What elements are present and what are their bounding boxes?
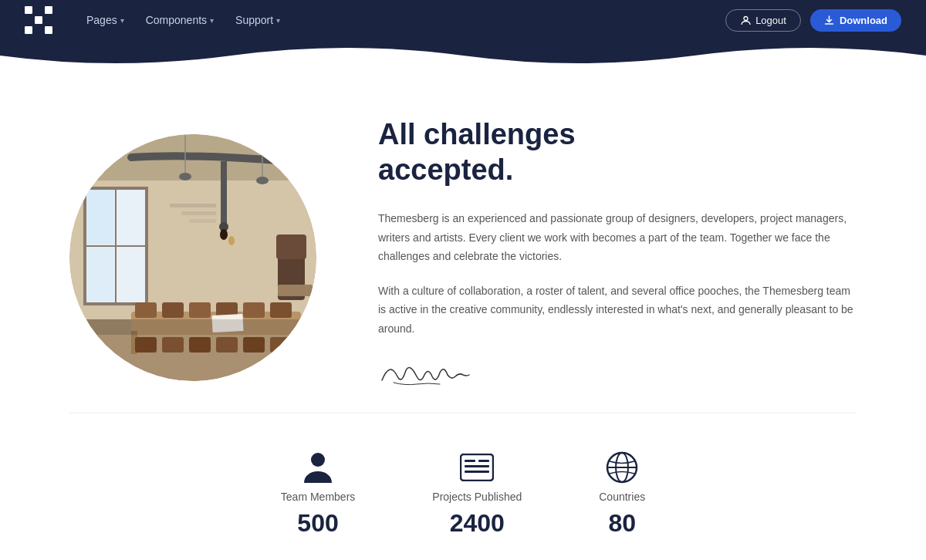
svg-point-16 [256, 177, 269, 184]
stat-countries-value: 80 [608, 509, 636, 538]
nav-support[interactable]: Support ▾ [226, 8, 289, 32]
stats-section: Team Members 500 Projects Published 2400 [69, 413, 857, 560]
download-button[interactable]: Download [810, 9, 901, 32]
svg-rect-28 [135, 337, 157, 353]
svg-rect-10 [86, 190, 114, 245]
stat-countries: Countries 80 [599, 450, 645, 538]
about-section: All challenges accepted. Themesberg is a… [69, 117, 857, 397]
svg-rect-46 [465, 471, 489, 473]
about-text: All challenges accepted. Themesberg is a… [378, 117, 857, 397]
svg-rect-45 [465, 465, 489, 467]
stat-team-value: 500 [297, 509, 338, 538]
svg-rect-23 [162, 302, 184, 318]
logo-icon [25, 6, 52, 34]
projects-icon [460, 450, 494, 484]
svg-point-14 [179, 173, 191, 180]
stat-countries-label: Countries [599, 491, 645, 503]
svg-rect-47 [478, 460, 489, 462]
svg-point-42 [311, 453, 325, 467]
stat-projects-label: Projects Published [432, 491, 522, 503]
person-icon [301, 450, 335, 484]
wave-divider [0, 40, 926, 71]
globe-icon [605, 450, 639, 484]
chevron-down-icon: ▾ [210, 16, 214, 25]
svg-rect-40 [189, 219, 216, 223]
stat-projects-published: Projects Published 2400 [432, 450, 522, 538]
about-para-2: With a culture of collaboration, a roste… [378, 282, 857, 339]
nav-pages[interactable]: Pages ▾ [77, 8, 133, 32]
navbar-actions: Logout Download [725, 9, 901, 32]
logo[interactable] [25, 6, 52, 34]
svg-rect-11 [86, 248, 114, 302]
signature [378, 353, 857, 397]
svg-rect-32 [243, 337, 265, 353]
about-title: All challenges accepted. [378, 117, 857, 187]
svg-rect-30 [189, 337, 211, 353]
svg-rect-36 [276, 234, 306, 259]
navbar-nav: Pages ▾ Components ▾ Support ▾ [77, 8, 725, 32]
svg-point-0 [744, 16, 748, 20]
svg-rect-22 [135, 302, 157, 318]
stat-team-members: Team Members 500 [281, 450, 355, 538]
svg-rect-26 [243, 302, 265, 318]
download-icon [824, 15, 835, 25]
svg-rect-24 [189, 302, 211, 318]
svg-point-17 [220, 229, 228, 240]
main-content: All challenges accepted. Themesberg is a… [39, 71, 887, 560]
svg-point-18 [228, 236, 235, 245]
svg-rect-37 [278, 285, 313, 296]
svg-rect-29 [162, 337, 184, 353]
nav-components[interactable]: Components ▾ [137, 8, 223, 32]
stat-projects-value: 2400 [450, 509, 505, 538]
chevron-down-icon: ▾ [276, 16, 280, 25]
svg-rect-31 [216, 337, 238, 353]
svg-rect-38 [170, 204, 216, 207]
logout-icon [740, 15, 751, 25]
svg-rect-27 [270, 302, 292, 318]
svg-rect-21 [295, 331, 301, 354]
about-para-1: Themesberg is an experienced and passion… [378, 209, 857, 266]
stat-team-label: Team Members [281, 491, 355, 503]
chevron-down-icon: ▾ [120, 16, 124, 25]
logout-button[interactable]: Logout [725, 9, 801, 32]
office-image [69, 134, 316, 381]
svg-rect-41 [69, 319, 316, 335]
navbar: Pages ▾ Components ▾ Support ▾ Logout [0, 0, 926, 40]
svg-rect-44 [465, 460, 475, 462]
svg-rect-33 [270, 337, 292, 353]
svg-rect-39 [181, 211, 216, 215]
